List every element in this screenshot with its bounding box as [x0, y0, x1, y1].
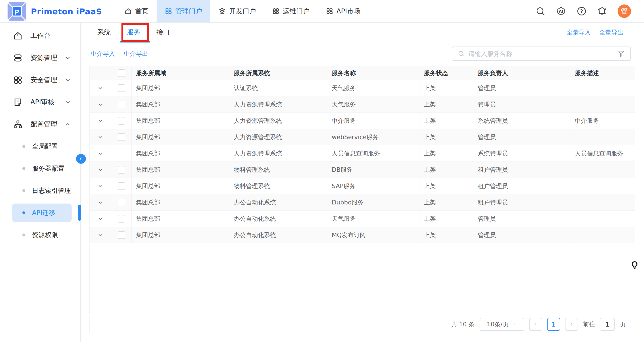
cell-system: 认证系统: [229, 80, 327, 96]
row-expand-chevron-icon[interactable]: [97, 134, 104, 140]
row-checkbox[interactable]: [118, 117, 125, 124]
row-checkbox[interactable]: [118, 101, 125, 108]
filter-funnel-icon[interactable]: [618, 50, 625, 58]
cell-service-name: 天气服务: [327, 80, 420, 96]
sidebar-item-security-mgmt[interactable]: 安全管理: [0, 69, 80, 91]
page-number-button[interactable]: 1: [547, 318, 560, 331]
chevron-left-icon: [533, 322, 538, 327]
cell-system: 人力资源管理系统: [229, 146, 327, 162]
lightbulb-tip-icon[interactable]: [630, 260, 639, 270]
row-expand-chevron-icon[interactable]: [97, 166, 104, 173]
cell-owner: 租户管理员: [473, 194, 570, 210]
sidebar-subitem-server-config[interactable]: 服务器配置: [0, 158, 80, 180]
sidebar-item-config-mgmt[interactable]: 配置管理: [0, 113, 80, 135]
chevron-right-icon: [569, 322, 574, 327]
nav-item-home[interactable]: 首页: [116, 0, 156, 22]
cell-service-name: webService服务: [327, 129, 420, 145]
sidebar-item-api-review[interactable]: API审核: [0, 91, 80, 113]
cell-domain: 集团总部: [132, 80, 229, 96]
tab-interface[interactable]: 接口: [156, 28, 170, 37]
chevron-down-icon: [64, 54, 71, 61]
row-expand-chevron-icon[interactable]: [97, 199, 104, 206]
row-checkbox[interactable]: [118, 231, 125, 239]
row-expand-chevron-icon[interactable]: [97, 118, 104, 124]
cell-domain: 集团总部: [132, 194, 229, 210]
cell-system: 物料管理系统: [229, 178, 327, 194]
cell-description: [570, 129, 634, 145]
row-expand-chevron-icon[interactable]: [97, 101, 104, 108]
row-checkbox[interactable]: [118, 215, 125, 222]
select-all-checkbox[interactable]: [118, 69, 125, 77]
sidebar-subitem-resource-permission[interactable]: 资源权限: [0, 224, 80, 246]
row-expand-chevron-icon[interactable]: [97, 232, 104, 238]
row-checkbox[interactable]: [118, 166, 125, 174]
chevron-down-icon: [512, 322, 517, 327]
table-row: 集团总部人力资源管理系统天气服务上架管理员: [90, 96, 634, 113]
nav-label: 管理门户: [175, 7, 202, 16]
search-input[interactable]: [468, 50, 614, 58]
row-checkbox[interactable]: [118, 198, 125, 206]
goto-page-input[interactable]: [600, 318, 615, 331]
row-expand-chevron-icon[interactable]: [97, 216, 104, 222]
row-expand-chevron-icon[interactable]: [97, 150, 104, 157]
row-checkbox[interactable]: [118, 84, 125, 92]
sidebar-item-label: 工作台: [30, 31, 50, 40]
sidebar-item-workbench[interactable]: 工作台: [0, 24, 80, 47]
notification-bell-icon[interactable]: [597, 6, 607, 16]
cell-service-name: 中介服务: [327, 113, 420, 129]
nav-item-dev-portal[interactable]: 开发门户: [210, 0, 264, 22]
tab-service[interactable]: 服务: [127, 28, 140, 37]
row-expand-chevron-icon[interactable]: [97, 183, 104, 190]
row-checkbox[interactable]: [118, 150, 125, 157]
cell-system: 人力资源管理系统: [229, 129, 327, 145]
prev-page-button[interactable]: [529, 318, 542, 331]
tab-system[interactable]: 系统: [97, 28, 111, 37]
cell-status: 上架: [420, 178, 473, 194]
full-import-link[interactable]: 全量导入: [566, 28, 591, 36]
sidebar-subitem-global-config[interactable]: 全局配置: [0, 135, 80, 158]
services-table: 服务所属域服务所属系统服务名称服务状态服务负责人服务描述 集团总部认证系统天气服…: [90, 66, 635, 314]
cell-domain: 集团总部: [132, 146, 229, 162]
column-header-6: 服务描述: [570, 66, 634, 80]
sidebar-item-resource-mgmt[interactable]: 资源管理: [0, 47, 80, 69]
ops-portal-grid-icon: [272, 8, 280, 15]
nav-label: 运维门户: [283, 7, 310, 16]
total-count: 共 10 条: [451, 320, 475, 328]
cell-status: 上架: [420, 227, 473, 243]
row-checkbox[interactable]: [118, 133, 125, 141]
sidebar-item-label: API审核: [30, 98, 54, 107]
cell-status: 上架: [420, 96, 473, 112]
broker-import-link[interactable]: 中介导入: [91, 50, 115, 58]
help-icon[interactable]: ?: [576, 6, 587, 16]
sidebar-subitem-api-migration[interactable]: API迁移: [0, 202, 80, 224]
nav-item-api-market[interactable]: API市场: [318, 0, 368, 22]
cell-service-name: SAP服务: [327, 178, 420, 194]
row-checkbox[interactable]: [118, 182, 125, 190]
search-icon[interactable]: [535, 6, 546, 16]
sidebar-collapse-button[interactable]: [76, 154, 86, 164]
cell-description: [570, 96, 634, 112]
sidebar-subitem-log-index-mgmt[interactable]: 日志索引管理: [0, 180, 80, 202]
bullet-dot-icon: [22, 211, 25, 214]
security-grid-icon: [13, 75, 23, 85]
page-size-select[interactable]: 10条/页: [480, 318, 524, 331]
full-export-link[interactable]: 全量导出: [599, 28, 624, 36]
ai-assistant-icon[interactable]: AI: [556, 6, 566, 16]
main-content: 系统 服务 接口 全量导入 全量导出 中介导入 中介导出 服务所属域服务所属系统…: [80, 23, 644, 342]
row-expand-chevron-icon[interactable]: [97, 85, 104, 92]
nav-label: 开发门户: [229, 7, 256, 16]
table-row: 集团总部人力资源管理系统中介服务上架系统管理员中介服务: [90, 113, 634, 129]
next-page-button[interactable]: [565, 318, 578, 331]
nav-label: 首页: [135, 7, 148, 16]
api-market-grid-icon: [326, 8, 333, 15]
nav-item-admin-portal[interactable]: 管理门户: [156, 0, 210, 22]
sidebar-item-label: 配置管理: [30, 120, 57, 129]
cell-status: 上架: [420, 162, 473, 178]
sidebar-subitem-label: API迁移: [32, 208, 55, 218]
nav-item-ops-portal[interactable]: 运维门户: [264, 0, 318, 22]
cell-description: 人员信息查询服务: [570, 146, 634, 162]
broker-export-link[interactable]: 中介导出: [124, 50, 148, 58]
cell-description: [570, 194, 634, 210]
cell-status: 上架: [420, 194, 473, 210]
user-avatar[interactable]: 管: [618, 4, 631, 18]
